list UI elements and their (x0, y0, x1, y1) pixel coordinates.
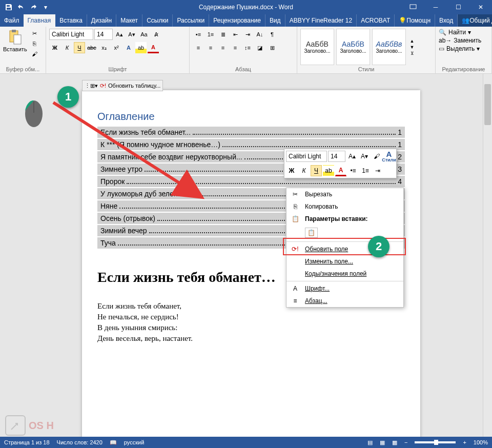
align-center-icon[interactable]: ≡ (205, 42, 216, 53)
mini-numbering-icon[interactable]: 1≡ (360, 165, 371, 176)
status-word-count[interactable]: Число слов: 2420 (57, 439, 102, 445)
view-print-layout-icon[interactable]: ▦ (380, 439, 385, 446)
status-spellcheck-icon[interactable]: 📖 (110, 439, 117, 446)
superscript-button[interactable]: x² (111, 42, 122, 53)
save-icon[interactable] (3, 2, 14, 13)
document-area[interactable]: ⋮⊞▾ ⟳! Обновить таблицу... Оглавление Ес… (0, 80, 483, 437)
tab-insert[interactable]: Вставка (55, 14, 87, 27)
subscript-button[interactable]: x₂ (98, 42, 110, 53)
cm-cut[interactable]: ✂Вырезать (286, 188, 403, 200)
find-button[interactable]: 🔍 Найти ▾ (439, 29, 488, 36)
zoom-in-icon[interactable]: + (463, 439, 466, 445)
mini-italic[interactable]: К (298, 165, 310, 176)
mini-grow-font-icon[interactable]: A▴ (346, 151, 358, 162)
scrollbar-thumb[interactable] (484, 84, 491, 125)
mini-format-painter-icon[interactable]: 🖌 (371, 151, 382, 162)
mini-font-name[interactable]: Calibri Light (286, 151, 327, 162)
toc-toolbar[interactable]: ⋮⊞▾ ⟳! Обновить таблицу... (82, 80, 163, 91)
cm-copy[interactable]: ⎘Копировать (286, 200, 403, 213)
tab-signin[interactable]: Вход (435, 14, 458, 27)
tab-design[interactable]: Дизайн (87, 14, 116, 27)
borders-icon[interactable]: ⊞ (266, 42, 278, 53)
mini-indent-icon[interactable]: ⇥ (372, 165, 383, 176)
mini-styles-icon[interactable]: AСтили (383, 151, 395, 162)
mini-font-color-icon[interactable]: A (335, 165, 346, 176)
mini-bold[interactable]: Ж (286, 165, 297, 176)
change-case-icon[interactable]: Aa (138, 29, 150, 40)
grow-font-icon[interactable]: A▴ (114, 29, 125, 40)
clear-format-icon[interactable]: A̷ (151, 29, 162, 40)
copy-icon[interactable]: ⎘ (29, 39, 40, 48)
minimize-icon[interactable]: ─ (424, 0, 447, 14)
toc-entry[interactable]: Если жизнь тебя обманет...1 (97, 127, 405, 138)
font-color-icon[interactable]: A (148, 42, 159, 53)
bullets-icon[interactable]: •≡ (193, 29, 204, 40)
view-read-mode-icon[interactable]: ▤ (367, 439, 373, 446)
maximize-icon[interactable]: ☐ (447, 0, 469, 14)
numbering-icon[interactable]: 1≡ (205, 29, 216, 40)
tab-home[interactable]: Главная (24, 14, 56, 27)
status-page[interactable]: Страница 1 из 18 (4, 439, 50, 445)
font-size-select[interactable]: 14 (94, 29, 113, 40)
select-button[interactable]: ▭ Выделить ▾ (439, 45, 488, 52)
underline-button[interactable]: Ч (74, 42, 85, 53)
show-marks-icon[interactable]: ¶ (266, 29, 278, 40)
text-effects-icon[interactable]: A (123, 42, 134, 53)
mini-shrink-font-icon[interactable]: A▾ (359, 151, 370, 162)
cm-edit-field[interactable]: Изменить поле... (286, 255, 403, 268)
justify-icon[interactable]: ≡ (230, 42, 241, 53)
ribbon-collapse-icon[interactable] (402, 0, 424, 14)
styles-down-icon[interactable]: ▼ (408, 45, 416, 50)
redo-icon[interactable] (28, 2, 39, 13)
zoom-slider[interactable] (415, 441, 456, 443)
align-left-icon[interactable]: ≡ (193, 42, 204, 53)
bold-button[interactable]: Ж (49, 42, 60, 53)
toc-handle-icon[interactable]: ⋮⊞▾ (85, 83, 98, 89)
format-painter-icon[interactable]: 🖌 (29, 49, 40, 58)
increase-indent-icon[interactable]: ⇥ (242, 29, 253, 40)
tab-tell-me[interactable]: 💡 Помощн (395, 14, 435, 27)
tab-file[interactable]: Файл (0, 14, 24, 27)
cm-font[interactable]: AШрифт... (286, 282, 403, 295)
cut-icon[interactable]: ✂ (29, 29, 40, 38)
tab-review[interactable]: Рецензирование (209, 14, 265, 27)
tab-layout[interactable]: Макет (116, 14, 142, 27)
vertical-scrollbar[interactable] (483, 74, 492, 437)
align-right-icon[interactable]: ≡ (217, 42, 229, 53)
shading-icon[interactable]: ◪ (254, 42, 265, 53)
paste-button[interactable]: Вставить (3, 29, 27, 58)
sort-icon[interactable]: A↓ (254, 29, 265, 40)
font-name-select[interactable]: Calibri Light (49, 29, 93, 40)
tab-references[interactable]: Ссылки (142, 14, 173, 27)
style-item-3[interactable]: АаБбВв Заголово... (372, 29, 406, 65)
tab-share[interactable]: 👥 Общий доступ (458, 14, 492, 27)
style-item-2[interactable]: АаБбВ Заголово... (336, 29, 370, 65)
styles-more-icon[interactable]: ⊻ (408, 51, 416, 56)
mini-underline[interactable]: Ч (311, 165, 322, 176)
tab-abbyy[interactable]: ABBYY FineReader 12 (285, 14, 357, 27)
style-item-1[interactable]: АаБбВ Заголово... (300, 29, 334, 65)
toc-update-icon[interactable]: ⟳! (100, 83, 106, 89)
strikethrough-button[interactable]: abc (86, 42, 97, 53)
undo-icon[interactable] (15, 2, 27, 13)
multilevel-icon[interactable]: ≣ (217, 29, 229, 40)
highlight-icon[interactable]: ab (135, 42, 147, 53)
tab-acrobat[interactable]: ACROBAT (357, 14, 395, 27)
zoom-level[interactable]: 100% (474, 439, 488, 445)
close-icon[interactable]: ✕ (469, 0, 492, 14)
toc-update-label[interactable]: Обновить таблицу... (108, 83, 160, 89)
mini-highlight-icon[interactable]: ab (323, 165, 334, 176)
tab-mailings[interactable]: Рассылки (173, 14, 209, 27)
decrease-indent-icon[interactable]: ⇤ (230, 29, 241, 40)
cm-paragraph[interactable]: ≡Абзац... (286, 295, 403, 307)
mini-font-size[interactable]: 14 (328, 151, 345, 162)
cm-field-codes[interactable]: Коды/значения полей (286, 268, 403, 280)
shrink-font-icon[interactable]: A▾ (126, 29, 137, 40)
mini-bullets-icon[interactable]: •≡ (347, 165, 359, 176)
italic-button[interactable]: К (61, 42, 73, 53)
line-spacing-icon[interactable]: ↕≡ (242, 42, 253, 53)
styles-up-icon[interactable]: ▲ (408, 38, 416, 44)
paste-keep-source-icon[interactable]: 📋 (305, 228, 318, 238)
view-web-layout-icon[interactable]: ▩ (392, 439, 397, 446)
zoom-out-icon[interactable]: − (404, 439, 407, 445)
